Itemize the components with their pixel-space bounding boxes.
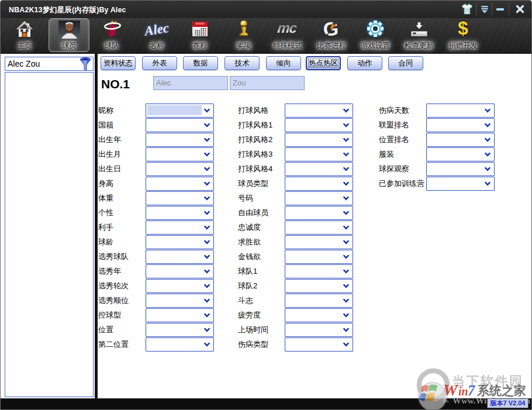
svg-text:Alec: Alec [143, 20, 170, 39]
svg-text:mc: mc [277, 22, 298, 36]
svg-text:$: $ [458, 19, 468, 37]
